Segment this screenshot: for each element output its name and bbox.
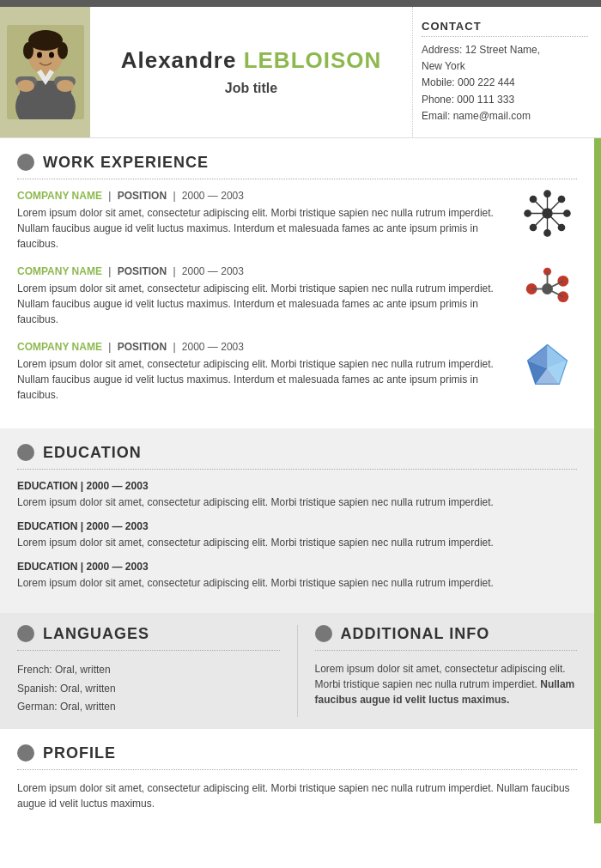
svg-point-12 (37, 52, 42, 58)
contact-phone: Phone: 000 111 333 (422, 92, 588, 108)
edu-entry-2: EDUCATION | 2000 — 2003 Lorem ipsum dolo… (17, 520, 577, 550)
top-accent-bar (0, 0, 601, 7)
svg-point-6 (57, 80, 74, 92)
lang-item-1: French: Oral, written (17, 661, 280, 680)
svg-point-23 (530, 196, 536, 202)
company-name-3: COMPANY NAME (17, 341, 102, 353)
edu-title-line-3: EDUCATION | 2000 — 2003 (17, 561, 577, 573)
svg-point-25 (558, 196, 564, 202)
profile-divider (17, 769, 577, 770)
resume-header: Alexandre LEBLOISON Job title CONTACT Ad… (0, 7, 601, 138)
profile-section: PROFILE Lorem ipsum dolor sit amet, cons… (0, 729, 594, 823)
main-content: WORK EXPERIENCE COMPANY NAME | POSITION … (0, 138, 594, 823)
first-name: Alexandre (121, 47, 237, 73)
work-desc-1: Lorem ipsum dolor sit amet, consectetur … (17, 205, 508, 252)
education-bullet-icon (17, 444, 34, 461)
profile-header: PROFILE (17, 744, 577, 762)
two-col-layout: LANGUAGES French: Oral, written Spanish:… (17, 625, 577, 717)
education-title: EDUCATION (43, 444, 142, 462)
work-years-3: 2000 — 2003 (182, 341, 244, 353)
svg-point-13 (49, 52, 54, 58)
work-entry-2: COMPANY NAME | POSITION | 2000 — 2003 Lo… (17, 265, 577, 327)
profile-bullet-icon (17, 744, 34, 762)
languages-col: LANGUAGES French: Oral, written Spanish:… (17, 625, 297, 717)
contact-address: Address: 12 Street Name, (422, 42, 588, 58)
main-content-wrapper: WORK EXPERIENCE COMPANY NAME | POSITION … (0, 138, 601, 823)
svg-point-20 (543, 230, 549, 236)
languages-title: LANGUAGES (43, 625, 149, 643)
lang-additional-section: LANGUAGES French: Oral, written Spanish:… (0, 613, 594, 729)
network-icon (524, 265, 571, 313)
svg-point-29 (557, 276, 568, 287)
education-header: EDUCATION (17, 444, 577, 462)
work-desc-3: Lorem ipsum dolor sit amet, consectetur … (17, 356, 508, 403)
lang-item-3: German: Oral, written (17, 698, 280, 717)
svg-point-30 (557, 291, 568, 302)
photo-section (0, 7, 90, 137)
education-divider (17, 469, 577, 470)
work-icon-1 (517, 190, 577, 237)
work-experience-header: WORK EXPERIENCE (17, 154, 577, 172)
additional-text: Lorem ipsum dolor sit amet, consectetur … (315, 661, 578, 707)
svg-point-27 (543, 209, 552, 218)
edu-entry-3: EDUCATION | 2000 — 2003 Lorem ipsum dolo… (17, 561, 577, 591)
languages-header: LANGUAGES (17, 625, 280, 643)
education-section: EDUCATION EDUCATION | 2000 — 2003 Lorem … (0, 428, 594, 613)
last-name: LEBLOISON (244, 47, 382, 73)
svg-point-24 (558, 224, 564, 230)
contact-city: New York (422, 58, 588, 75)
work-position-2: POSITION (118, 265, 167, 277)
diamond-icon (524, 341, 571, 388)
work-years-2: 2000 — 2003 (182, 265, 244, 277)
contact-section: CONTACT Address: 12 Street Name, New Yor… (412, 7, 601, 137)
contact-email: Email: name@mail.com (422, 108, 588, 124)
svg-point-19 (543, 191, 549, 197)
work-text-3: COMPANY NAME | POSITION | 2000 — 2003 Lo… (17, 341, 508, 403)
work-position-3: POSITION (118, 341, 167, 353)
flower-icon (524, 190, 571, 237)
svg-point-5 (17, 80, 34, 92)
edu-entry-1: EDUCATION | 2000 — 2003 Lorem ipsum dolo… (17, 480, 577, 510)
work-desc-2: Lorem ipsum dolor sit amet, consectetur … (17, 281, 508, 327)
work-experience-section: WORK EXPERIENCE COMPANY NAME | POSITION … (0, 138, 594, 428)
work-position-1: POSITION (118, 190, 167, 202)
work-entry-3: COMPANY NAME | POSITION | 2000 — 2003 Lo… (17, 341, 577, 403)
profile-text: Lorem ipsum dolor sit amet, consectetur … (17, 780, 577, 811)
work-company-line-2: COMPANY NAME | POSITION | 2000 — 2003 (17, 265, 508, 277)
edu-desc-3: Lorem ipsum dolor sit amet, consectetur … (17, 575, 577, 591)
work-text-1: COMPANY NAME | POSITION | 2000 — 2003 Lo… (17, 190, 508, 252)
contact-mobile: Mobile: 000 222 444 (422, 75, 588, 91)
work-entry-1: COMPANY NAME | POSITION | 2000 — 2003 Lo… (17, 190, 577, 252)
svg-point-9 (28, 30, 63, 51)
name-section: Alexandre LEBLOISON Job title (90, 7, 412, 137)
work-divider (17, 179, 577, 179)
svg-point-11 (58, 42, 68, 59)
additional-title: ADDITIONAL INFO (341, 625, 490, 643)
edu-title-line-2: EDUCATION | 2000 — 2003 (17, 520, 577, 532)
lang-item-2: Spanish: Oral, written (17, 680, 280, 699)
svg-point-22 (563, 210, 569, 216)
svg-point-21 (524, 210, 530, 216)
full-name: Alexandre LEBLOISON (121, 47, 382, 74)
right-accent-bar (594, 138, 601, 823)
work-experience-title: WORK EXPERIENCE (43, 154, 209, 172)
edu-desc-1: Lorem ipsum dolor sit amet, consectetur … (17, 495, 577, 510)
edu-title-line-1: EDUCATION | 2000 — 2003 (17, 480, 577, 492)
company-name-2: COMPANY NAME (17, 265, 102, 277)
work-years-1: 2000 — 2003 (182, 190, 244, 202)
work-bullet-icon (17, 154, 34, 171)
work-icon-2 (517, 265, 577, 313)
additional-header: ADDITIONAL INFO (315, 625, 578, 643)
work-text-2: COMPANY NAME | POSITION | 2000 — 2003 Lo… (17, 265, 508, 327)
svg-point-10 (23, 42, 33, 59)
company-name-1: COMPANY NAME (17, 190, 102, 202)
additional-bullet-icon (315, 625, 332, 642)
svg-point-26 (530, 224, 536, 230)
languages-divider (17, 650, 280, 651)
work-icon-3 (517, 341, 577, 388)
work-company-line-3: COMPANY NAME | POSITION | 2000 — 2003 (17, 341, 508, 353)
languages-bullet-icon (17, 625, 34, 642)
job-title: Job title (225, 81, 277, 96)
work-company-line-1: COMPANY NAME | POSITION | 2000 — 2003 (17, 190, 508, 202)
additional-divider (315, 650, 578, 651)
